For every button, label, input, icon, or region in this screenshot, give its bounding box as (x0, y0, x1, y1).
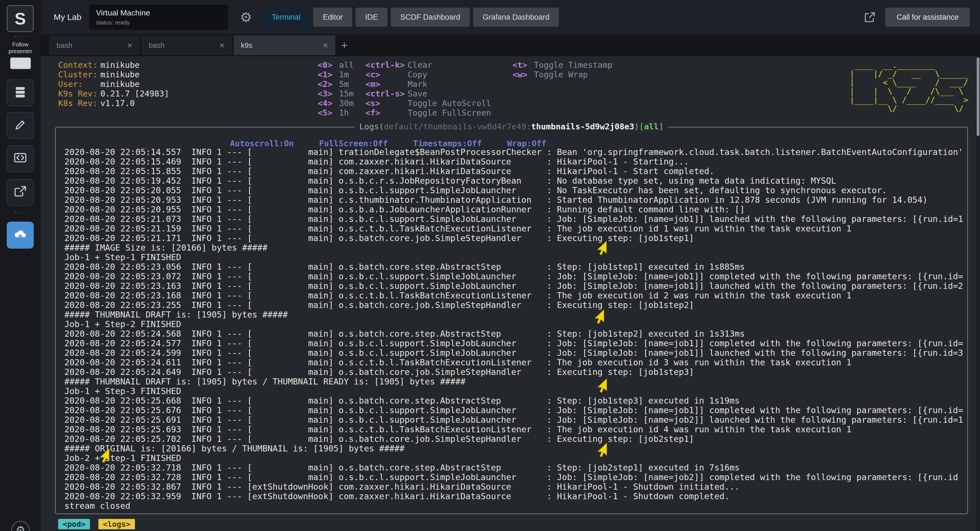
k9s-info-value: 0.21.7 [24983] (100, 89, 169, 99)
inventory-icon (13, 85, 28, 101)
hotkey-key: <0> (318, 60, 339, 70)
breadcrumb-logs: <logs> (99, 519, 135, 529)
hotkey-label: 15m (339, 89, 354, 99)
hotkey-key: <f> (366, 108, 407, 118)
app-logo[interactable]: S (7, 5, 34, 32)
external-link-icon[interactable] (863, 10, 877, 24)
tab-bash-1[interactable]: bash × (49, 35, 140, 55)
k9s-cluster-info: Context:minikubeCluster:minikubeUser:min… (58, 60, 169, 108)
hotkey-row: <m>Mark (366, 79, 491, 89)
hotkey-label: Toggle Wrap (534, 70, 588, 79)
logs-panel: Logs(default/thumbnails-vw8d4r7e49:thumb… (55, 127, 968, 514)
logs-title-segment: ] (659, 122, 663, 131)
new-tab-button[interactable]: + (337, 39, 352, 51)
code-slides-icon (13, 150, 28, 167)
scrollbar-thumb[interactable] (977, 57, 980, 136)
gear-icon[interactable]: ⚙ (240, 9, 252, 25)
hotkey-label: 5m (339, 79, 349, 89)
hotkey-key: <w> (512, 70, 534, 79)
k9s-info-row: Context:minikube (58, 60, 169, 70)
view-switcher: Terminal Editor IDE SCDF Dashboard Grafa… (262, 8, 559, 27)
hotkey-label: Toggle Timestamp (534, 60, 612, 70)
hotkey-key: <ctrl-k> (366, 60, 407, 70)
tab-scdf-dashboard[interactable]: SCDF Dashboard (391, 8, 470, 27)
presenter-screen-icon[interactable] (10, 57, 31, 69)
tab-label: k9s (241, 41, 252, 50)
hotkey-row: <0>all (318, 60, 354, 70)
app-sidebar: S ··· Follow presenter ··· ⚙ (0, 0, 41, 531)
cursor-arrow (594, 377, 610, 396)
hotkey-label: Clear (407, 60, 432, 70)
tab-label: bash (57, 41, 72, 50)
settings-icon[interactable]: ⚙ (11, 521, 30, 531)
header-right-group: Call for assistance (863, 8, 970, 27)
hotkey-key: <2> (318, 79, 339, 89)
terminal-pane[interactable]: Context:minikubeCluster:minikubeUser:min… (41, 56, 980, 531)
cursor-arrow (594, 442, 610, 460)
hotkey-key: <t> (512, 60, 534, 70)
tab-label: bash (149, 41, 164, 50)
k9s-info-row: K8s Rev:v1.17.0 (58, 99, 169, 108)
hotkey-row: <ctrl-s>Save (366, 89, 491, 99)
k9s-info-value: minikube (100, 70, 140, 79)
logs-status-item: Timestamps:Off (413, 139, 482, 148)
cursor-arrow (594, 240, 610, 258)
tab-ide[interactable]: IDE (356, 8, 387, 27)
inventory-button[interactable] (7, 79, 34, 106)
tab-k9s[interactable]: k9s × (234, 35, 336, 55)
hotkey-row: <c>Copy (366, 70, 491, 79)
hotkey-key: <c> (366, 70, 407, 79)
k9s-ascii-logo: ____ __.________ | |/ _/ __ \______ | < … (850, 61, 968, 113)
cloud-upload-button[interactable] (7, 222, 34, 249)
hotkey-label: Mark (407, 79, 427, 89)
logs-status-bar: Autoscroll:OnFullScreen:OffTimestamps:Of… (230, 139, 547, 148)
hotkey-label: Toggle AutoScroll (407, 99, 491, 108)
code-slides-button[interactable] (7, 145, 34, 172)
hotkey-key: <3> (318, 89, 339, 99)
k9s-hotkeys-actions: <ctrl-k>Clear<c>Copy<m>Mark<ctrl-s>Save<… (366, 60, 491, 118)
k9s-info-row: User:minikube (58, 79, 169, 89)
main-area: My Lab Virtual Machine status: ready ⚙ T… (41, 0, 980, 531)
hotkey-row: <f>Toggle FullScreen (366, 108, 491, 118)
close-icon[interactable]: × (219, 40, 224, 51)
close-icon[interactable]: × (127, 40, 132, 51)
hotkey-row: <s>Toggle AutoScroll (366, 99, 491, 108)
my-lab-button[interactable]: My Lab (54, 13, 81, 22)
k9s-info-value: minikube (100, 79, 140, 89)
hotkey-key: <m> (366, 79, 407, 89)
hotkey-key: <1> (318, 70, 339, 79)
hotkey-row: <3>15m (318, 89, 354, 99)
hotkey-label: 1m (339, 70, 349, 79)
k9s-info-label: K9s Rev: (58, 89, 100, 99)
share-screen-icon (13, 184, 28, 201)
section-divider-dots: ··· (0, 33, 41, 39)
tab-grafana-dashboard[interactable]: Grafana Dashboard (473, 8, 559, 27)
close-icon[interactable]: × (323, 40, 328, 51)
tab-terminal[interactable]: Terminal (262, 8, 310, 27)
hotkey-row: <2>5m (318, 79, 354, 89)
hotkey-row: <1>1m (318, 70, 354, 79)
cursor-arrow (591, 308, 608, 327)
logs-title-segment: )[ (634, 122, 644, 131)
hotkey-label: Toggle FullScreen (407, 108, 491, 118)
follow-presenter-label: Follow presenter (0, 41, 41, 54)
hotkey-key: <5> (318, 108, 339, 118)
section-divider-dots: ··· (0, 209, 41, 215)
logs-title-scope: all (644, 122, 659, 131)
marker-button[interactable] (7, 112, 34, 139)
logs-status-item: Autoscroll:On (230, 139, 294, 148)
logs-title-segment: Logs( (359, 122, 384, 131)
vm-status-text: status: ready (96, 19, 221, 26)
k9s-breadcrumbs: <pod> <logs> (58, 519, 135, 529)
call-for-assistance-button[interactable]: Call for assistance (885, 8, 970, 27)
tab-bash-2[interactable]: bash × (142, 35, 232, 55)
hotkey-label: Copy (407, 70, 427, 79)
logs-title-pod-name: thumbnails-5d9w2j08e3 (531, 122, 634, 131)
k9s-info-label: Cluster: (58, 70, 100, 79)
hotkey-row: <5>1h (318, 108, 354, 118)
tab-editor[interactable]: Editor (313, 8, 352, 27)
logs-panel-title: Logs(default/thumbnails-vw8d4r7e49:thumb… (355, 122, 668, 131)
share-screen-button[interactable] (7, 179, 34, 206)
hotkey-row: <w>Toggle Wrap (512, 70, 612, 79)
k9s-hotkeys-ranges: <0>all<1>1m<2>5m<3>15m<4>30m<5>1h (318, 60, 354, 118)
